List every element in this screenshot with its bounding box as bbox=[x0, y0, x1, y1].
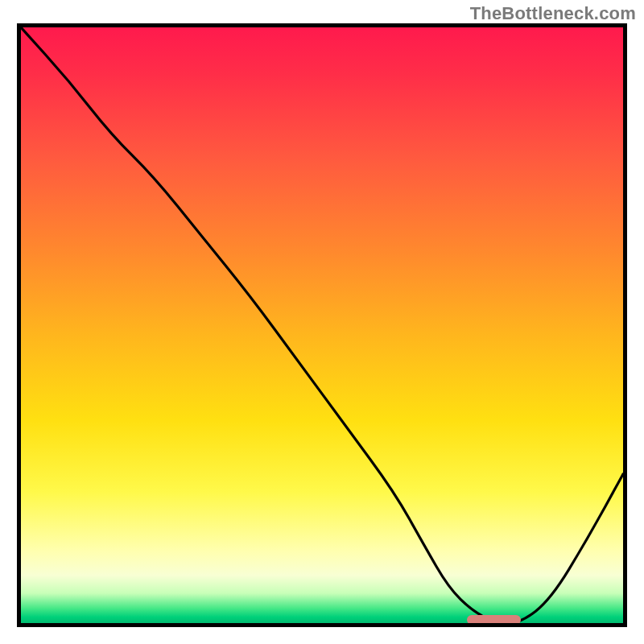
watermark-text: TheBottleneck.com bbox=[470, 3, 636, 24]
background-gradient bbox=[21, 27, 623, 623]
chart-stage: TheBottleneck.com bbox=[0, 0, 644, 644]
plot-area bbox=[21, 27, 623, 623]
optimal-zone-marker bbox=[467, 615, 521, 623]
